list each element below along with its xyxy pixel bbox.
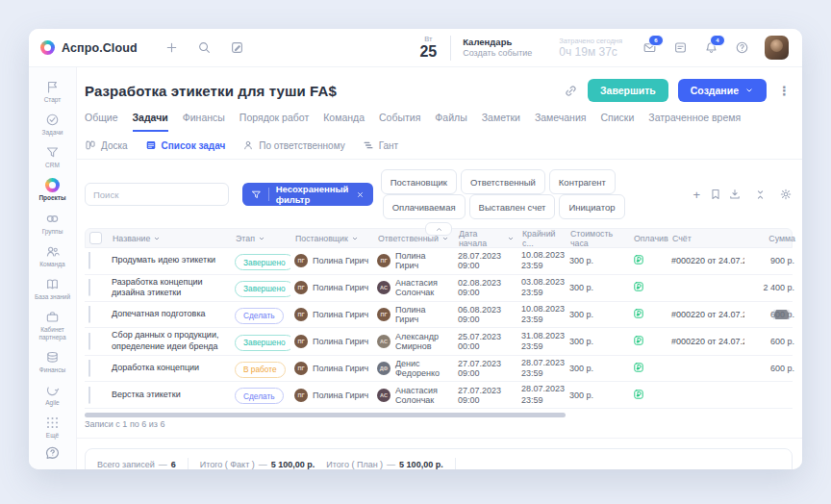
table-row[interactable]: Сбор данных о продукции, определение иде…	[85, 328, 793, 355]
task-name[interactable]: Продумать идею этикетки	[112, 255, 227, 266]
help-icon[interactable]	[732, 38, 751, 58]
search-icon[interactable]	[195, 38, 214, 58]
invoice[interactable]: #000220 от 24.07.2023	[667, 256, 744, 265]
task-name[interactable]: Доработка концепции	[112, 363, 227, 374]
stage-badge[interactable]: Завершено	[235, 254, 290, 270]
sidebar-item-more[interactable]: Ещё	[31, 411, 75, 443]
tab-11[interactable]: Затраченное время	[648, 112, 741, 132]
tab-10[interactable]: Списки	[600, 112, 634, 132]
stage-badge[interactable]: В работе	[235, 362, 286, 378]
table-row[interactable]: Доработка концепцииВ работеПГПолина Гири…	[85, 356, 793, 383]
sidebar-item-finance[interactable]: Финансы	[31, 345, 75, 378]
task-name[interactable]: Верстка этикетки	[112, 390, 227, 401]
tab-4[interactable]: Порядок работ	[239, 112, 309, 132]
sidebar-item-projects[interactable]: Проекты	[31, 173, 75, 206]
billable-icon	[633, 389, 644, 400]
row-checkbox[interactable]	[88, 387, 90, 404]
task-name[interactable]: Сбор данных о продукции, определение иде…	[112, 330, 227, 352]
partner-icon	[31, 310, 75, 324]
filter-chip-2[interactable]: Ответственный	[461, 169, 545, 194]
filter-chip-3[interactable]: Контрагент	[549, 169, 616, 194]
sidebar-item-label: Кабинет партнера	[31, 326, 75, 341]
view-board[interactable]: Доска	[85, 139, 128, 151]
task-name[interactable]: Допечатная подготовка	[112, 309, 227, 320]
scrollbar-thumb[interactable]	[85, 413, 566, 417]
user-avatar[interactable]	[765, 36, 789, 60]
more-actions-icon[interactable]: ⋮	[776, 84, 793, 98]
task-name[interactable]: Разработка концепции дизайна этикетки	[112, 277, 227, 299]
sidebar-item-partner[interactable]: Кабинет партнера	[31, 305, 75, 345]
calendar-date[interactable]: Вт 25	[419, 36, 437, 60]
table-row[interactable]: Верстка этикеткиСделатьПГПолина ГиричАСА…	[85, 382, 793, 409]
create-button[interactable]: Создание	[678, 79, 767, 102]
view-list[interactable]: Список задач	[145, 139, 226, 151]
stage-badge[interactable]: Завершено	[235, 335, 290, 351]
column-header-1[interactable]: Название	[109, 234, 232, 243]
tab-8[interactable]: Заметки	[482, 112, 520, 132]
sidebar-item-agile[interactable]: Agile	[31, 378, 75, 411]
stage-badge[interactable]: Сделать	[235, 308, 284, 324]
table-row[interactable]: Продумать идею этикеткиЗавершеноПГПолина…	[85, 248, 793, 275]
view-person[interactable]: По ответственному	[242, 139, 344, 151]
notes-icon[interactable]	[670, 38, 690, 58]
add-filter-icon[interactable]: +	[690, 188, 703, 202]
assignee-cell: ДФДенис Федоренко	[373, 359, 454, 378]
quick-add-icon[interactable]	[163, 38, 182, 58]
help-icon[interactable]	[44, 444, 62, 462]
remove-filter-icon[interactable]	[356, 190, 365, 199]
collapse-filter-icon[interactable]	[425, 222, 452, 236]
app-logo[interactable]: Аспро.Cloud	[40, 40, 138, 55]
stage-badge[interactable]: Сделать	[235, 388, 284, 404]
time-tracker[interactable]: Затрачено сегодня 0ч 19м 37с	[559, 37, 622, 59]
invoice[interactable]: #000220 от 24.07.2023	[667, 337, 744, 346]
stage-badge[interactable]: Завершено	[235, 281, 290, 297]
search-input[interactable]	[85, 183, 229, 206]
column-header-5[interactable]: Дата начала	[455, 229, 518, 248]
hour-rate: 300 р.	[566, 310, 629, 319]
column-header-7: Стоимость часа	[567, 229, 630, 248]
avatar: ПГ	[377, 308, 390, 321]
view-gantt[interactable]: Гант	[363, 139, 399, 151]
column-header-2[interactable]: Этап	[232, 234, 291, 243]
tab-1[interactable]: Общие	[85, 112, 118, 132]
collapse-rows-icon[interactable]	[754, 189, 767, 201]
drafts-icon[interactable]	[228, 38, 247, 58]
invoice[interactable]: #000220 от 24.07.2023	[667, 310, 744, 319]
calendar-widget[interactable]: Календарь Создать событие	[463, 37, 532, 59]
row-checkbox[interactable]	[88, 252, 90, 269]
tab-9[interactable]: Замечания	[535, 112, 587, 132]
filter-chip-6[interactable]: Инициатор	[559, 194, 624, 219]
notifications-icon[interactable]: 4	[701, 38, 720, 58]
tab-5[interactable]: Команда	[323, 112, 365, 132]
sidebar-item-groups[interactable]: Группы	[31, 207, 75, 239]
complete-button[interactable]: Завершить	[588, 79, 668, 102]
row-checkbox[interactable]	[88, 306, 90, 323]
filter-chip-5[interactable]: Выставлен счет	[469, 194, 556, 219]
filter-chip-4[interactable]: Оплачиваемая	[383, 194, 466, 219]
sidebar-item-start[interactable]: Старт	[31, 75, 75, 108]
sidebar-item-tasks[interactable]: Задачи	[31, 108, 75, 140]
column-header-3[interactable]: Постановщик	[291, 234, 374, 243]
tab-2[interactable]: Задачи	[133, 112, 168, 132]
sidebar-item-team[interactable]: Команда	[31, 239, 75, 272]
table-row[interactable]: Допечатная подготовкаСделатьПГПолина Гир…	[85, 302, 793, 329]
tab-6[interactable]: События	[379, 112, 420, 132]
table-row[interactable]: Разработка концепции дизайна этикеткиЗав…	[85, 275, 793, 302]
export-icon[interactable]	[728, 188, 742, 201]
sidebar-item-crm[interactable]: CRM	[31, 140, 75, 173]
row-checkbox[interactable]	[88, 333, 90, 350]
table-settings-icon[interactable]	[779, 188, 793, 201]
copy-link-icon[interactable]	[564, 84, 578, 98]
mail-icon[interactable]: 6	[640, 38, 659, 58]
projects-icon	[45, 178, 60, 192]
bookmark-icon[interactable]	[709, 188, 722, 201]
tab-3[interactable]: Финансы	[183, 112, 225, 132]
row-checkbox[interactable]	[88, 279, 90, 296]
filter-chip-1[interactable]: Постановщик	[381, 169, 457, 194]
row-checkbox[interactable]	[88, 360, 90, 377]
sidebar-item-label: Финансы	[31, 366, 75, 374]
applied-filter-chip[interactable]: Несохраненный фильтр	[242, 183, 373, 206]
select-all-checkbox[interactable]	[89, 232, 102, 244]
sidebar-item-knowledge[interactable]: База знаний	[31, 272, 75, 305]
tab-7[interactable]: Файлы	[435, 112, 466, 132]
